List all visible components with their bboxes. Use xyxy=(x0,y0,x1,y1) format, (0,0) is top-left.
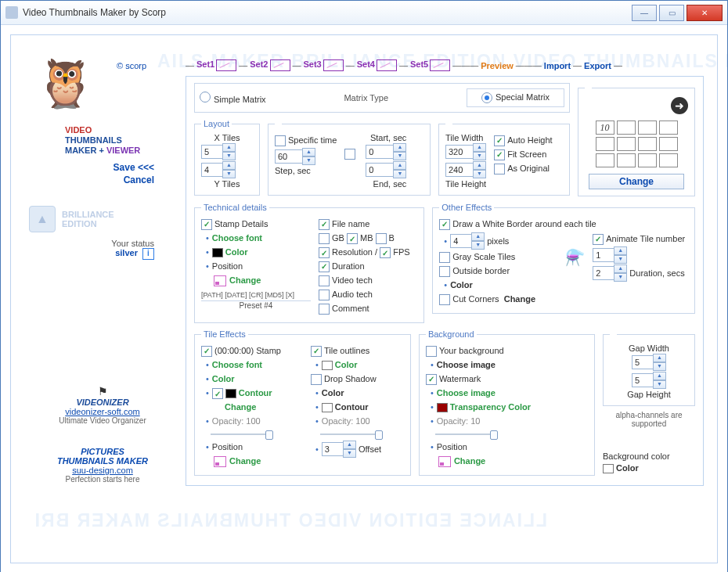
radio-special-matrix[interactable]: Special Matrix xyxy=(467,88,564,107)
cb-stamp-details[interactable]: Stamp Details xyxy=(201,218,311,231)
tab-preview[interactable]: Preview xyxy=(481,61,514,70)
position-icon xyxy=(438,456,451,467)
cb-contour[interactable] xyxy=(212,387,225,400)
outline-color-swatch[interactable] xyxy=(322,361,333,370)
cb-link-times[interactable] xyxy=(344,149,355,160)
anim-dur-input[interactable]: 2 xyxy=(593,266,614,280)
tile-change[interactable]: Change xyxy=(225,401,256,414)
tab-import[interactable]: Import xyxy=(544,61,571,70)
tile-position-change[interactable]: Change xyxy=(229,455,261,468)
info-icon[interactable]: i xyxy=(142,248,154,260)
shadow-opacity-slider[interactable] xyxy=(320,429,383,440)
tab-set5[interactable]: Set5 xyxy=(410,59,450,71)
shadow-color[interactable]: Color xyxy=(322,387,344,400)
shadow-contour[interactable]: Contour xyxy=(335,401,369,414)
tab-set3[interactable]: Set3 xyxy=(304,59,344,71)
xtiles-down[interactable]: ▼ xyxy=(222,152,236,160)
wm-choose-image[interactable]: Choose image xyxy=(437,387,496,400)
outline-color[interactable]: Color xyxy=(335,358,358,372)
cb-gb[interactable]: GB xyxy=(319,232,344,245)
wm-transparency[interactable]: Transparency Color xyxy=(450,401,531,414)
cb-fit-screen[interactable]: Fit Screen xyxy=(494,148,552,161)
cb-audiotech[interactable]: Audio tech xyxy=(319,288,410,301)
bg-choose-image[interactable]: Choose image xyxy=(437,358,496,372)
tab-set2[interactable]: Set2 xyxy=(250,59,290,71)
cb-timestamp[interactable]: (00:00:00) Stamp xyxy=(201,344,303,358)
matrix-type-label: Matrix Type xyxy=(285,93,448,103)
xtiles-input[interactable]: 5 xyxy=(201,145,223,159)
tile-color[interactable]: Color xyxy=(212,372,235,386)
shadow-contour-swatch[interactable] xyxy=(322,403,333,412)
radio-simple-matrix[interactable]: Simple Matrix xyxy=(200,92,266,104)
cb-drop-shadow[interactable]: Drop Shadow xyxy=(311,372,383,386)
tile-contour[interactable]: Contour xyxy=(239,387,272,400)
cb-animate-tile[interactable]: Animate Tile number xyxy=(593,232,685,246)
cb-fps[interactable]: FPS xyxy=(380,246,409,259)
minimize-button[interactable]: — xyxy=(632,5,657,21)
cancel-link[interactable]: Cancel xyxy=(18,174,154,185)
tech-choose-font[interactable]: Choose font xyxy=(212,232,262,245)
contour-swatch[interactable] xyxy=(225,389,236,398)
matrix-change-button[interactable]: Change xyxy=(589,174,684,189)
cb-auto-height[interactable]: Auto Height xyxy=(494,134,552,147)
maximize-button[interactable]: ▭ xyxy=(659,5,684,21)
wm-opacity-slider[interactable] xyxy=(435,429,498,440)
cb-mb[interactable]: MB xyxy=(347,232,373,245)
step-input[interactable]: 60 xyxy=(275,149,303,164)
cb-resolution[interactable]: Resolution / xyxy=(319,246,377,259)
tilewidth-input[interactable]: 320 xyxy=(445,145,474,159)
cb-comment[interactable]: Comment xyxy=(319,302,410,315)
tile-choose-font[interactable]: Choose font xyxy=(212,358,262,372)
preset-label: Preset #4 xyxy=(201,301,311,310)
gapwidth-input[interactable]: 5 xyxy=(632,355,654,369)
cb-videotech[interactable]: Video tech xyxy=(319,274,410,287)
tech-color-swatch[interactable] xyxy=(212,248,223,257)
ytiles-input[interactable]: 4 xyxy=(201,163,223,177)
cb-as-original[interactable]: As Original xyxy=(494,162,552,175)
transparency-swatch[interactable] xyxy=(437,403,448,412)
close-button[interactable]: ✕ xyxy=(687,5,723,21)
status-value: silver xyxy=(115,248,138,257)
xtiles-up[interactable]: ▲ xyxy=(222,143,236,152)
copyright: © scorp xyxy=(117,61,146,70)
tech-position-change[interactable]: Change xyxy=(229,274,261,287)
end-input[interactable]: 0 xyxy=(366,163,394,177)
cutcorners-change[interactable]: Change xyxy=(504,293,535,306)
gapheight-input[interactable]: 5 xyxy=(632,373,654,387)
promo-videonizer-link[interactable]: videonizer-soft.com xyxy=(40,407,165,416)
cb-duration[interactable]: Duration xyxy=(319,260,410,273)
border-px-input[interactable]: 4 xyxy=(450,234,472,248)
bgcolor-link[interactable]: Color xyxy=(616,462,639,475)
tab-set4[interactable]: Set4 xyxy=(357,59,397,71)
cb-b[interactable]: B xyxy=(376,232,395,245)
tab-export[interactable]: Export xyxy=(584,61,611,70)
save-link[interactable]: Save <<< xyxy=(18,162,154,173)
cb-watermark[interactable]: Watermark xyxy=(426,372,588,386)
tech-color[interactable]: Color xyxy=(225,246,248,259)
tile-opacity-slider[interactable] xyxy=(211,429,273,440)
offset-input[interactable]: 3 xyxy=(322,442,344,456)
cb-specific-time[interactable]: Specific time xyxy=(275,134,337,147)
edition-label: BRILLIANCE EDITION xyxy=(62,210,114,228)
cb-filename[interactable]: File name xyxy=(319,218,410,231)
cb-tile-outlines[interactable]: Tile outlines xyxy=(311,344,383,358)
cb-your-background[interactable]: Your background xyxy=(426,344,588,358)
tab-set1[interactable]: Set1 xyxy=(196,59,236,71)
promo-ptm-link[interactable]: suu-design.com xyxy=(40,466,165,475)
app-brand: VIDEO THUMBNAILS MAKER + VIEWER xyxy=(65,125,175,156)
tileheight-input[interactable]: 240 xyxy=(445,163,474,177)
cb-white-border[interactable]: Draw a White Border around each tile xyxy=(439,218,688,231)
ytiles-down[interactable]: ▼ xyxy=(222,170,236,178)
ytiles-up[interactable]: ▲ xyxy=(222,161,236,170)
wm-position-change[interactable]: Change xyxy=(454,455,485,468)
promo-videonizer-sub: Ultimate Video Organizer xyxy=(40,416,165,425)
start-input[interactable]: 0 xyxy=(366,145,394,159)
cb-outside-border[interactable]: Outside border xyxy=(439,264,557,278)
anim-count-input[interactable]: 1 xyxy=(593,248,614,262)
position-icon xyxy=(214,275,226,286)
cb-grayscale[interactable]: Gray Scale Tiles xyxy=(439,250,557,264)
next-arrow-icon[interactable]: ➜ xyxy=(671,97,688,114)
outside-color[interactable]: Color xyxy=(450,279,473,292)
cb-cut-corners[interactable]: Cut Corners xyxy=(439,293,499,306)
bgcolor-swatch[interactable] xyxy=(603,464,614,473)
